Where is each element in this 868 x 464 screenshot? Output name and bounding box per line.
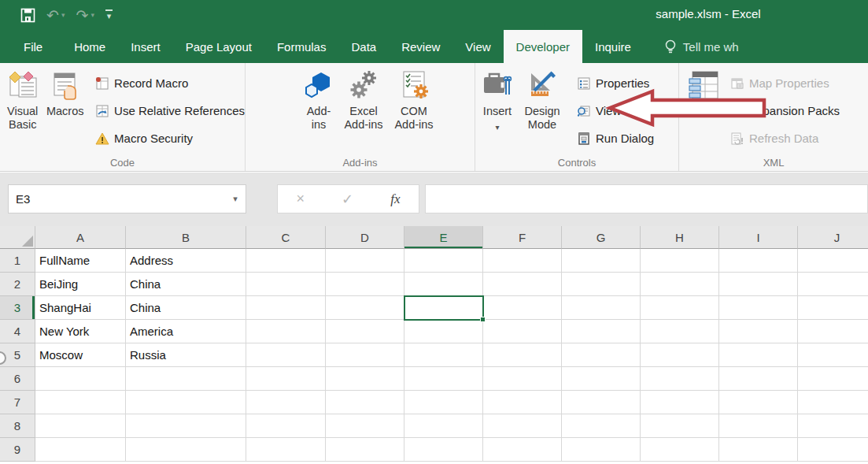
row-header-6[interactable]: 6 — [0, 367, 35, 391]
record-macro-button[interactable]: Record Macro — [95, 69, 245, 97]
cell-B1[interactable]: Address — [126, 249, 246, 273]
cell-B9[interactable] — [126, 438, 246, 462]
add-ins-button[interactable]: Add-ins — [300, 69, 338, 132]
cell-B7[interactable] — [126, 391, 246, 414]
column-header-A[interactable]: A — [35, 226, 126, 249]
tab-data[interactable]: Data — [338, 30, 389, 63]
cell-D4[interactable] — [326, 320, 404, 343]
cell-D5[interactable] — [326, 343, 404, 367]
cell-C2[interactable] — [246, 273, 326, 296]
cell-J1[interactable] — [798, 249, 868, 273]
insert-control-button[interactable]: Insert ▾ — [478, 69, 516, 134]
cell-I6[interactable] — [719, 367, 798, 391]
row-header-8[interactable]: 8 — [0, 414, 35, 438]
cell-H1[interactable] — [641, 249, 719, 273]
row-header-9[interactable]: 9 — [0, 438, 35, 462]
cell-D1[interactable] — [326, 249, 404, 273]
cell-A4[interactable]: New York — [35, 320, 126, 343]
cell-A7[interactable] — [35, 391, 126, 414]
cell-A3[interactable]: ShangHai — [35, 296, 126, 320]
cell-J9[interactable] — [798, 438, 868, 462]
cell-H3[interactable] — [641, 296, 719, 320]
cell-H4[interactable] — [641, 320, 719, 343]
cell-C3[interactable] — [246, 296, 326, 320]
cell-F3[interactable] — [483, 296, 562, 320]
column-header-J[interactable]: J — [798, 226, 868, 249]
select-all-corner[interactable] — [0, 226, 35, 249]
cell-E4[interactable] — [404, 320, 483, 343]
column-header-I[interactable]: I — [719, 226, 798, 249]
visual-basic-button[interactable]: Visual Basic — [5, 69, 40, 132]
cell-I7[interactable] — [719, 391, 798, 414]
cell-A9[interactable] — [35, 438, 126, 462]
tab-insert[interactable]: Insert — [118, 30, 173, 63]
cell-D9[interactable] — [326, 438, 404, 462]
cell-G6[interactable] — [562, 367, 641, 391]
cell-F2[interactable] — [483, 273, 562, 296]
cell-I3[interactable] — [719, 296, 798, 320]
cell-G3[interactable] — [562, 296, 641, 320]
cell-J3[interactable] — [798, 296, 868, 320]
cell-A2[interactable]: BeiJing — [35, 273, 126, 296]
cell-F1[interactable] — [483, 249, 562, 273]
redo-button[interactable]: ↷ ▾ — [76, 8, 94, 23]
cell-G4[interactable] — [562, 320, 641, 343]
column-header-C[interactable]: C — [246, 226, 326, 249]
excel-add-ins-button[interactable]: Excel Add-ins — [339, 69, 388, 132]
column-header-H[interactable]: H — [641, 226, 719, 249]
cell-A8[interactable] — [35, 414, 126, 438]
cell-G9[interactable] — [562, 438, 641, 462]
redo-caret-icon[interactable]: ▾ — [90, 11, 94, 19]
cell-I1[interactable] — [719, 249, 798, 273]
cell-F8[interactable] — [483, 414, 562, 438]
cell-A6[interactable] — [35, 367, 126, 391]
cell-I4[interactable] — [719, 320, 798, 343]
cell-J2[interactable] — [798, 273, 868, 296]
use-relative-references-button[interactable]: Use Relative References — [95, 97, 245, 124]
insert-function-icon[interactable]: fx — [390, 191, 400, 207]
cell-E6[interactable] — [404, 367, 483, 391]
row-header-7[interactable]: 7 — [0, 391, 35, 414]
name-box[interactable]: E3 ▾ — [8, 184, 246, 213]
cell-H8[interactable] — [641, 414, 719, 438]
cell-D3[interactable] — [326, 296, 404, 320]
cell-C6[interactable] — [246, 367, 326, 391]
cell-F9[interactable] — [483, 438, 562, 462]
customize-qat-icon[interactable]: ▾ — [105, 9, 113, 20]
cell-B3[interactable]: China — [126, 296, 246, 320]
cell-B8[interactable] — [126, 414, 246, 438]
undo-caret-icon[interactable]: ▾ — [61, 11, 65, 19]
cell-B6[interactable] — [126, 367, 246, 391]
cell-J7[interactable] — [798, 391, 868, 414]
tab-file[interactable]: File — [5, 30, 61, 63]
com-add-ins-button[interactable]: COM Add-ins — [390, 69, 438, 132]
row-header-3[interactable]: 3 — [0, 296, 35, 320]
tab-review[interactable]: Review — [389, 30, 452, 63]
column-header-D[interactable]: D — [326, 226, 404, 249]
cell-E8[interactable] — [404, 414, 483, 438]
cell-A1[interactable]: FullName — [35, 249, 126, 273]
tab-developer[interactable]: Developer — [504, 30, 582, 63]
row-header-4[interactable]: 4 — [0, 320, 35, 343]
cell-I5[interactable] — [719, 343, 798, 367]
macros-button[interactable]: Macros — [42, 69, 88, 118]
tab-view[interactable]: View — [452, 30, 503, 63]
cell-D6[interactable] — [326, 367, 404, 391]
cell-C7[interactable] — [246, 391, 326, 414]
cell-F7[interactable] — [483, 391, 562, 414]
cell-J6[interactable] — [798, 367, 868, 391]
cell-D7[interactable] — [326, 391, 404, 414]
cell-B5[interactable]: Russia — [126, 343, 246, 367]
cell-A5[interactable]: Moscow — [35, 343, 126, 367]
cell-C9[interactable] — [246, 438, 326, 462]
cell-E9[interactable] — [404, 438, 483, 462]
macro-security-button[interactable]: Macro Security — [95, 124, 245, 152]
cell-E1[interactable] — [404, 249, 483, 273]
cell-H2[interactable] — [641, 273, 719, 296]
cell-G7[interactable] — [562, 391, 641, 414]
cell-H7[interactable] — [641, 391, 719, 414]
cell-E3[interactable] — [404, 296, 483, 320]
tab-formulas[interactable]: Formulas — [264, 30, 339, 63]
row-header-1[interactable]: 1 — [0, 249, 35, 273]
cell-D8[interactable] — [326, 414, 404, 438]
